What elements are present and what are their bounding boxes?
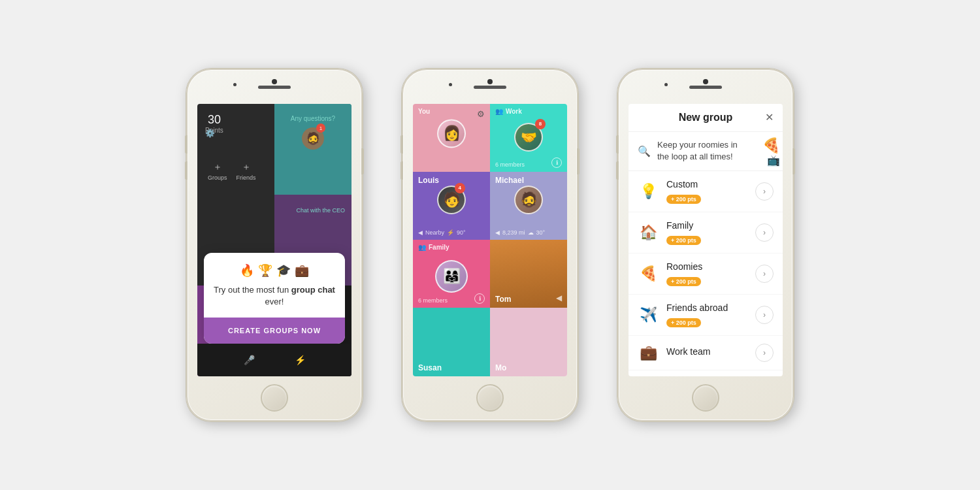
- power-button-3[interactable]: [792, 148, 795, 174]
- ceo-section[interactable]: Any questions? 🧔 1: [274, 104, 351, 156]
- microphone-icon[interactable]: 🎤: [244, 355, 255, 365]
- popup-icons: 🔥 🏆 🎓 💼: [212, 263, 337, 278]
- cell-louis[interactable]: 🧑 4 Louis ◀ Nearby ⚡ 90°: [413, 172, 490, 240]
- roomies-pts-badge: + 200 pts: [666, 277, 701, 286]
- phone-3: New group ✕ 🔍 Keep your roomies in the l…: [617, 69, 794, 421]
- michael-avatar: 🧔: [514, 186, 543, 214]
- groups-icon: ＋: [213, 161, 222, 173]
- points-value: 30: [208, 113, 221, 127]
- new-group-title: New group: [679, 112, 733, 123]
- settings-icon[interactable]: ⚙️: [205, 129, 215, 138]
- create-groups-button[interactable]: CREATE GROUPS NOW: [204, 318, 345, 344]
- work-label: Work: [506, 108, 522, 115]
- family-name: Family: [666, 220, 747, 231]
- custom-pts-badge: + 200 pts: [666, 195, 701, 204]
- family-info: Family + 200 pts: [666, 220, 747, 245]
- phone-3-bottom: [619, 376, 792, 420]
- cell-you[interactable]: You ⚙ 👩: [413, 104, 490, 172]
- front-camera-2: [487, 79, 493, 84]
- roomies-icon: 🍕: [638, 265, 659, 282]
- friends-abroad-name: Friends abroad: [666, 302, 747, 313]
- group-types-list: 💡 Custom + 200 pts › 🏠: [629, 171, 783, 376]
- roomies-name: Roomies: [666, 261, 747, 272]
- group-chat-popup: 🔥 🏆 🎓 💼 Try out the most fun group chat …: [204, 253, 345, 343]
- work-team-info: Work team: [666, 346, 747, 359]
- phone1-app: 30 Points ⚙️ Any questions? 🧔 1: [197, 104, 351, 376]
- phone-1: 30 Points ⚙️ Any questions? 🧔 1: [186, 69, 363, 421]
- tv-decoration: 📺: [767, 154, 780, 167]
- volume-up-button-3[interactable]: [616, 135, 619, 154]
- you-avatar: 👩: [437, 119, 466, 148]
- work-info-button[interactable]: ℹ: [551, 157, 562, 168]
- nav-friends[interactable]: ＋ Friends: [237, 161, 256, 181]
- phone-1-screen: 30 Points ⚙️ Any questions? 🧔 1: [197, 104, 351, 376]
- phone-3-screen: New group ✕ 🔍 Keep your roomies in the l…: [629, 104, 783, 376]
- work-badge: 8: [535, 119, 546, 129]
- nav-groups[interactable]: ＋ Groups: [208, 161, 227, 181]
- mo-name: Mo: [495, 363, 506, 372]
- phone2-app: You ⚙ 👩 👥 Work 🤝 8: [413, 104, 567, 376]
- speaker: [258, 86, 291, 89]
- louis-temp: 90°: [457, 229, 466, 236]
- cell-michael[interactable]: 🧔 Michael ◀ 8,239 mi ☁ 30°: [490, 172, 567, 240]
- volume-down-button-3[interactable]: [616, 161, 619, 180]
- cell-mo[interactable]: Mo: [490, 308, 567, 376]
- susan-name: Susan: [418, 363, 442, 372]
- volume-down-button-2[interactable]: [400, 161, 403, 180]
- tom-send-icon[interactable]: ◀: [556, 293, 562, 302]
- home-button-2[interactable]: [476, 384, 504, 412]
- work-group-icon: 👥: [495, 108, 503, 115]
- list-item-work-team[interactable]: 💼 Work team ›: [629, 336, 783, 370]
- fire-icon: 🔥: [240, 263, 254, 278]
- close-button[interactable]: ✕: [765, 111, 774, 123]
- roomies-arrow[interactable]: ›: [755, 265, 774, 283]
- list-item-roomies[interactable]: 🍕 Roomies + 200 pts ›: [629, 253, 783, 295]
- list-item-friends-abroad[interactable]: ✈️ Friends abroad + 200 pts ›: [629, 295, 783, 336]
- volume-up-button[interactable]: [185, 135, 188, 154]
- power-button-2[interactable]: [577, 148, 580, 174]
- list-item-custom[interactable]: 💡 Custom + 200 pts ›: [629, 171, 783, 212]
- friends-icon: ＋: [242, 161, 251, 173]
- cell-family[interactable]: 👥 Family 👨‍👩‍👧 6 members ℹ: [413, 240, 490, 308]
- family-header: 👥 Family: [418, 244, 449, 251]
- flash-icon[interactable]: ⚡: [295, 355, 306, 365]
- ceo-chat-label[interactable]: Chat with the CEO: [280, 207, 345, 215]
- volume-down-button[interactable]: [185, 161, 188, 180]
- cell-tom[interactable]: Tom ◀: [490, 240, 567, 308]
- cell-work[interactable]: 👥 Work 🤝 8 6 members ℹ: [490, 104, 567, 172]
- custom-name: Custom: [666, 179, 747, 189]
- you-label: You: [418, 108, 430, 115]
- list-item-family[interactable]: 🏠 Family + 200 pts ›: [629, 212, 783, 253]
- family-arrow[interactable]: ›: [755, 223, 774, 242]
- work-team-arrow[interactable]: ›: [755, 344, 774, 362]
- new-group-header: New group ✕: [629, 104, 783, 132]
- home-button-1[interactable]: [261, 384, 288, 412]
- louis-name: Louis: [418, 176, 439, 185]
- phone-1-bottom: [188, 376, 361, 420]
- michael-dist-icon: ◀: [495, 229, 500, 236]
- cell-susan[interactable]: Susan: [413, 308, 490, 376]
- tom-name: Tom: [495, 295, 511, 304]
- pizza-decoration: 🍕: [762, 137, 780, 154]
- louis-bottom: Louis ◀ Nearby ⚡ 90°: [418, 229, 485, 236]
- phone-2: You ⚙ 👩 👥 Work 🤝 8: [402, 69, 578, 421]
- questions-text: Any questions?: [291, 115, 335, 122]
- custom-arrow[interactable]: ›: [755, 182, 774, 201]
- power-button[interactable]: [361, 148, 364, 174]
- michael-bottom: Michael ◀ 8,239 mi ☁ 30°: [495, 229, 562, 236]
- groups-label: Groups: [208, 174, 227, 181]
- graduation-icon: 🎓: [276, 263, 291, 278]
- roomies-info: Roomies + 200 pts: [666, 261, 747, 286]
- volume-up-button-2[interactable]: [400, 135, 403, 154]
- trophy-icon: 🏆: [258, 263, 272, 278]
- speaker-2: [474, 86, 506, 89]
- briefcase-icon: 💼: [295, 263, 309, 278]
- work-header: 👥 Work: [495, 108, 522, 115]
- friends-abroad-arrow[interactable]: ›: [755, 306, 774, 324]
- louis-badge: 4: [455, 183, 465, 193]
- you-header: You: [418, 108, 430, 115]
- promo-area: 🔍 Keep your roomies in the loop at all t…: [629, 132, 783, 171]
- search-icon[interactable]: 🔍: [638, 145, 651, 157]
- home-button-3[interactable]: [692, 384, 719, 412]
- you-gear-icon[interactable]: ⚙: [477, 109, 485, 119]
